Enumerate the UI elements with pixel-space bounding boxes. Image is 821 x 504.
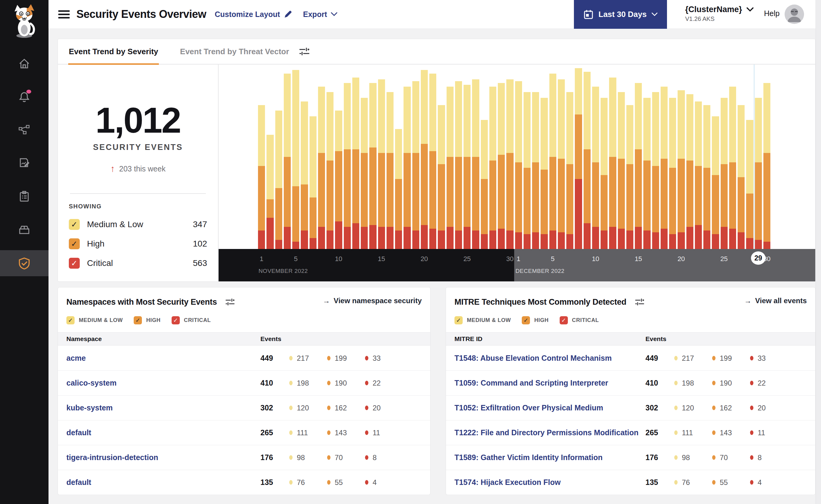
stacked-bar-day-nov-16[interactable] bbox=[387, 65, 394, 249]
stacked-bar-day-nov-19[interactable] bbox=[412, 65, 419, 249]
stacked-bar-day-dec-12[interactable] bbox=[609, 65, 616, 249]
stacked-bar-day-nov-6[interactable] bbox=[301, 65, 308, 249]
stacked-bar-day-nov-29[interactable] bbox=[498, 65, 505, 249]
stacked-bar-day-nov-30[interactable] bbox=[506, 65, 513, 249]
stacked-bar-day-dec-25[interactable] bbox=[721, 65, 728, 249]
stacked-bar-day-nov-7[interactable] bbox=[310, 65, 317, 249]
namespace-link[interactable]: default bbox=[58, 428, 261, 437]
filter-settings-icon[interactable] bbox=[634, 297, 645, 307]
stacked-bar-day-nov-15[interactable] bbox=[378, 65, 385, 249]
stacked-bar-day-dec-15[interactable] bbox=[635, 65, 642, 249]
stacked-bar-day-dec-5[interactable] bbox=[549, 65, 556, 249]
stacked-bar-day-dec-22[interactable] bbox=[695, 65, 702, 249]
sidebar-item-compliance-reports[interactable] bbox=[0, 184, 48, 210]
sidebar-item-service-graph[interactable] bbox=[0, 117, 48, 143]
stacked-bar-day-nov-26[interactable] bbox=[472, 65, 479, 249]
stacked-bar-day-nov-11[interactable] bbox=[344, 65, 351, 249]
stacked-bar-day-dec-2[interactable] bbox=[523, 65, 530, 249]
stacked-bar-day-dec-3[interactable] bbox=[532, 65, 539, 249]
stacked-bar-day-dec-21[interactable] bbox=[686, 65, 693, 249]
stacked-bar-day-nov-13[interactable] bbox=[361, 65, 368, 249]
namespace-link[interactable]: kube-system bbox=[58, 403, 261, 412]
stacked-bar-day-dec-10[interactable] bbox=[592, 65, 599, 249]
mitre-technique-link[interactable]: T1548: Abuse Elevation Control Mechanism bbox=[446, 354, 646, 363]
high-checkbox[interactable]: ✓ bbox=[522, 316, 530, 324]
namespace-link[interactable]: calico-system bbox=[58, 379, 261, 387]
tab-event-trend-by-threat-vector[interactable]: Event Trend by Threat Vector bbox=[169, 39, 300, 64]
help-link[interactable]: Help bbox=[764, 9, 779, 18]
stacked-bar-day-nov-18[interactable] bbox=[404, 65, 410, 249]
critical-checkbox[interactable]: ✓ bbox=[171, 316, 180, 324]
namespace-link[interactable]: tigera-intrusion-detection bbox=[58, 453, 261, 462]
view-all-events-link[interactable]: → View all events bbox=[744, 297, 807, 305]
stacked-bar-day-nov-22[interactable] bbox=[438, 65, 445, 249]
high-filter-chip[interactable]: ✓HIGH bbox=[134, 316, 160, 324]
stacked-bar-day-dec-13[interactable] bbox=[618, 65, 625, 249]
stacked-bar-day-dec-27[interactable] bbox=[738, 65, 745, 249]
selected-day-badge[interactable]: 29 bbox=[751, 251, 766, 265]
stacked-bar-day-nov-21[interactable] bbox=[429, 65, 436, 249]
medium_low-filter-chip[interactable]: ✓MEDIUM & LOW bbox=[454, 316, 511, 324]
stacked-bar-day-dec-24[interactable] bbox=[712, 65, 719, 249]
mitre-technique-link[interactable]: T1222: File and Directory Permissions Mo… bbox=[446, 428, 646, 437]
stacked-bar-day-dec-14[interactable] bbox=[627, 65, 633, 249]
filter-settings-icon[interactable] bbox=[225, 297, 235, 307]
medium_low-checkbox[interactable]: ✓ bbox=[66, 316, 75, 324]
stacked-bar-day-dec-11[interactable] bbox=[600, 65, 607, 249]
stacked-bar-day-dec-28[interactable] bbox=[746, 65, 753, 249]
stacked-bar-day-dec-4[interactable] bbox=[540, 65, 547, 249]
stacked-bar-day-nov-23[interactable] bbox=[447, 65, 454, 249]
stacked-bar-day-dec-16[interactable] bbox=[643, 65, 650, 249]
stacked-bar-day-dec-9[interactable] bbox=[583, 65, 590, 249]
namespace-link[interactable]: acme bbox=[58, 354, 261, 363]
stacked-bar-day-dec-18[interactable] bbox=[661, 65, 668, 249]
critical-checkbox[interactable]: ✓ bbox=[69, 258, 80, 269]
critical-filter-chip[interactable]: ✓CRITICAL bbox=[171, 316, 211, 324]
stacked-bar-day-dec-23[interactable] bbox=[703, 65, 710, 249]
stacked-bar-day-dec-30[interactable] bbox=[763, 65, 770, 249]
user-avatar[interactable] bbox=[785, 5, 804, 24]
mitre-technique-link[interactable]: T1059: Command and Scripting Interpreter bbox=[446, 379, 646, 387]
high-checkbox[interactable]: ✓ bbox=[69, 238, 80, 249]
tab-event-trend-by-severity[interactable]: Event Trend by Severity bbox=[58, 39, 169, 64]
stacked-bar-day-dec-26[interactable] bbox=[729, 65, 736, 249]
stacked-bar-day-nov-2[interactable] bbox=[267, 65, 274, 249]
cluster-selector[interactable]: {ClusterName} V1.26 AKS bbox=[685, 5, 754, 22]
customize-layout-button[interactable]: Customize Layout bbox=[215, 10, 292, 19]
sidebar-item-image-assurance[interactable] bbox=[0, 217, 48, 243]
namespace-link[interactable]: default bbox=[58, 478, 261, 487]
page-scrollbar[interactable] bbox=[816, 0, 821, 504]
mitre-technique-link[interactable]: T1589: Gather Victim Identity Informatio… bbox=[446, 453, 646, 462]
stacked-bar-day-dec-1[interactable] bbox=[515, 65, 522, 249]
mitre-technique-link[interactable]: T1574: Hijack Execution Flow bbox=[446, 478, 646, 487]
stacked-bar-day-nov-10[interactable] bbox=[335, 65, 342, 249]
stacked-bar-day-nov-20[interactable] bbox=[421, 65, 428, 249]
stacked-bar-day-nov-5[interactable] bbox=[292, 65, 299, 249]
export-button[interactable]: Export bbox=[303, 10, 337, 19]
medium_low-checkbox[interactable]: ✓ bbox=[454, 316, 463, 324]
critical-filter-chip[interactable]: ✓CRITICAL bbox=[560, 316, 599, 324]
medium_low-filter-chip[interactable]: ✓MEDIUM & LOW bbox=[66, 316, 123, 324]
date-range-button[interactable]: Last 30 Days bbox=[574, 0, 667, 29]
stacked-bar-day-nov-3[interactable] bbox=[275, 65, 282, 249]
stacked-bar-day-nov-14[interactable] bbox=[369, 65, 376, 249]
high-checkbox[interactable]: ✓ bbox=[134, 316, 142, 324]
sidebar-item-threat-defense[interactable] bbox=[0, 250, 48, 276]
stacked-bar-day-nov-17[interactable] bbox=[395, 65, 402, 249]
stacked-bar-day-nov-8[interactable] bbox=[318, 65, 325, 249]
stacked-bar-day-dec-7[interactable] bbox=[566, 65, 573, 249]
view-namespace-security-link[interactable]: → View namespace security bbox=[323, 297, 422, 305]
hamburger-menu-icon[interactable] bbox=[58, 8, 70, 20]
stacked-bar-day-nov-4[interactable] bbox=[284, 65, 291, 249]
stacked-bar-day-nov-28[interactable] bbox=[489, 65, 496, 249]
stacked-bar-day-nov-27[interactable] bbox=[481, 65, 488, 249]
stacked-bar-day-dec-6[interactable] bbox=[558, 65, 565, 249]
stacked-bar-day-nov-1[interactable] bbox=[258, 65, 265, 249]
high-filter-chip[interactable]: ✓HIGH bbox=[522, 316, 548, 324]
stacked-bar-day-dec-29[interactable] bbox=[755, 65, 762, 249]
sidebar-item-alerts[interactable] bbox=[0, 84, 48, 110]
sidebar-item-home[interactable] bbox=[0, 50, 48, 76]
stacked-bar-day-nov-12[interactable] bbox=[352, 65, 359, 249]
stacked-bar-day-dec-8[interactable] bbox=[575, 65, 582, 249]
stacked-bar-day-dec-20[interactable] bbox=[678, 65, 685, 249]
